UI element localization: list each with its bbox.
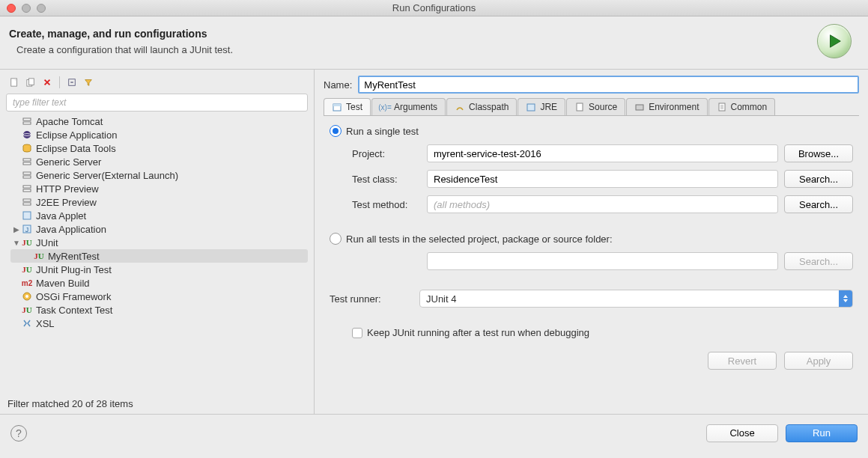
tree-item[interactable]: Eclipse Application <box>10 128 308 141</box>
tab-common[interactable]: Common <box>708 98 776 115</box>
tree-item-label: J2EE Preview <box>36 197 97 208</box>
server-icon <box>21 156 33 168</box>
svg-rect-10 <box>23 159 31 161</box>
collapse-all-icon[interactable] <box>65 76 79 89</box>
config-tree[interactable]: Apache TomcatEclipse ApplicationEclipse … <box>10 112 308 394</box>
window-title: Run Configurations <box>0 2 868 13</box>
config-toolbar <box>6 74 308 94</box>
tree-item[interactable]: JUMyRentTest <box>10 249 308 263</box>
close-button[interactable]: Close <box>706 424 778 442</box>
server-icon <box>21 183 33 195</box>
svg-text:J: J <box>25 226 29 233</box>
tree-item-label: Eclipse Application <box>36 129 117 141</box>
config-tabs: Test(x)=ArgumentsClasspathJRESourceEnvir… <box>324 98 859 116</box>
tab-label: JRE <box>540 102 557 112</box>
tree-item[interactable]: Eclipse Data Tools <box>10 141 308 155</box>
tab-test[interactable]: Test <box>324 98 371 115</box>
svg-marker-0 <box>831 35 841 48</box>
tree-item[interactable]: ▼JUJUnit <box>10 236 308 249</box>
svg-rect-24 <box>333 104 341 106</box>
svg-rect-17 <box>23 203 31 205</box>
tab-label: Source <box>589 102 617 112</box>
browse-button[interactable]: Browse... <box>784 144 853 162</box>
delete-config-icon[interactable] <box>40 76 54 89</box>
svg-rect-12 <box>23 172 31 174</box>
tab-icon <box>634 102 645 112</box>
run-all-label: Run all tests in the selected project, p… <box>346 233 613 245</box>
run-all-scope-input <box>427 252 778 270</box>
run-single-label: Run a single test <box>346 126 419 137</box>
tree-item[interactable]: XSL <box>10 317 308 330</box>
config-detail-pane: Name: Test(x)=ArgumentsClasspathJRESourc… <box>315 70 868 414</box>
run-all-tests-radio[interactable]: Run all tests in the selected project, p… <box>330 233 853 245</box>
radio-icon <box>330 233 342 245</box>
tree-item-label: Java Application <box>36 224 106 235</box>
tab-classpath[interactable]: Classpath <box>446 98 517 115</box>
tab-jre[interactable]: JRE <box>518 98 565 115</box>
disclosure-right-icon[interactable]: ▶ <box>12 225 21 233</box>
tree-item[interactable]: m2Maven Build <box>10 276 308 290</box>
apply-button: Apply <box>784 352 853 370</box>
new-config-icon[interactable] <box>7 76 21 89</box>
tree-item[interactable]: Apache Tomcat <box>10 114 308 128</box>
header-subtitle: Create a configuration that will launch … <box>16 44 817 55</box>
xsl-icon <box>21 317 33 329</box>
tab-environment[interactable]: Environment <box>626 98 707 115</box>
project-input[interactable] <box>427 144 778 162</box>
filter-config-icon[interactable] <box>82 76 95 89</box>
tree-item[interactable]: HTTP Preview <box>10 182 308 195</box>
svg-point-7 <box>23 131 31 138</box>
svg-rect-3 <box>28 79 34 85</box>
tab-label: Environment <box>649 102 699 112</box>
test-tab-body: Run a single test Project: Browse... Tes… <box>324 116 859 408</box>
help-icon[interactable]: ? <box>10 425 27 442</box>
testmethod-search-button[interactable]: Search... <box>784 195 853 213</box>
testclass-input[interactable] <box>427 170 778 188</box>
junit-icon: JU <box>21 236 33 248</box>
tab-label: Classpath <box>469 102 509 112</box>
tree-item-label: Apache Tomcat <box>36 116 103 127</box>
revert-button: Revert <box>708 352 777 370</box>
testclass-search-button[interactable]: Search... <box>784 170 853 188</box>
junit-plugin-icon: JU <box>21 304 33 316</box>
keep-running-label: Keep JUnit running after a test run when… <box>367 327 589 338</box>
run-button[interactable]: Run <box>786 424 858 442</box>
tab-source[interactable]: Source <box>566 98 625 115</box>
tab-label: Common <box>731 102 768 112</box>
keep-running-checkbox[interactable]: Keep JUnit running after a test run when… <box>352 327 853 338</box>
tree-item[interactable]: OSGi Framework <box>10 290 308 303</box>
tab-arguments[interactable]: (x)=Arguments <box>371 98 446 115</box>
disclosure-down-icon[interactable]: ▼ <box>12 239 21 247</box>
tree-item[interactable]: Generic Server(External Launch) <box>10 168 308 182</box>
run-single-test-radio[interactable]: Run a single test <box>330 125 853 137</box>
osgi-icon <box>21 290 33 302</box>
tree-item[interactable]: Java Applet <box>10 209 308 222</box>
svg-rect-16 <box>23 199 31 201</box>
test-runner-select[interactable]: JUnit 4 <box>419 290 853 308</box>
tree-item[interactable]: J2EE Preview <box>10 195 308 209</box>
checkbox-icon <box>352 328 362 338</box>
svg-rect-15 <box>23 189 31 192</box>
tree-item-label: JUnit <box>36 237 58 248</box>
name-input[interactable] <box>358 76 859 94</box>
svg-rect-25 <box>527 104 535 111</box>
svg-rect-18 <box>23 212 31 219</box>
tree-item[interactable]: JUTask Context Test <box>10 303 308 317</box>
testmethod-input[interactable] <box>427 195 778 213</box>
config-list-pane: Apache TomcatEclipse ApplicationEclipse … <box>0 70 315 414</box>
tab-label: Test <box>346 102 362 112</box>
svg-rect-6 <box>23 122 31 124</box>
tree-item[interactable]: ▶JJava Application <box>10 222 308 236</box>
titlebar: Run Configurations <box>0 0 868 16</box>
duplicate-config-icon[interactable] <box>24 76 37 89</box>
tree-item[interactable]: Generic Server <box>10 155 308 168</box>
svg-rect-27 <box>636 105 643 110</box>
tree-item[interactable]: JUJUnit Plug-in Test <box>10 263 308 276</box>
svg-point-22 <box>25 295 28 298</box>
tree-item-label: Eclipse Data Tools <box>36 143 116 154</box>
name-label: Name: <box>324 79 352 91</box>
tree-item-label: XSL <box>36 318 55 329</box>
junit-icon: JU <box>33 250 45 262</box>
filter-input[interactable] <box>6 94 308 112</box>
tree-item-label: HTTP Preview <box>36 183 99 195</box>
